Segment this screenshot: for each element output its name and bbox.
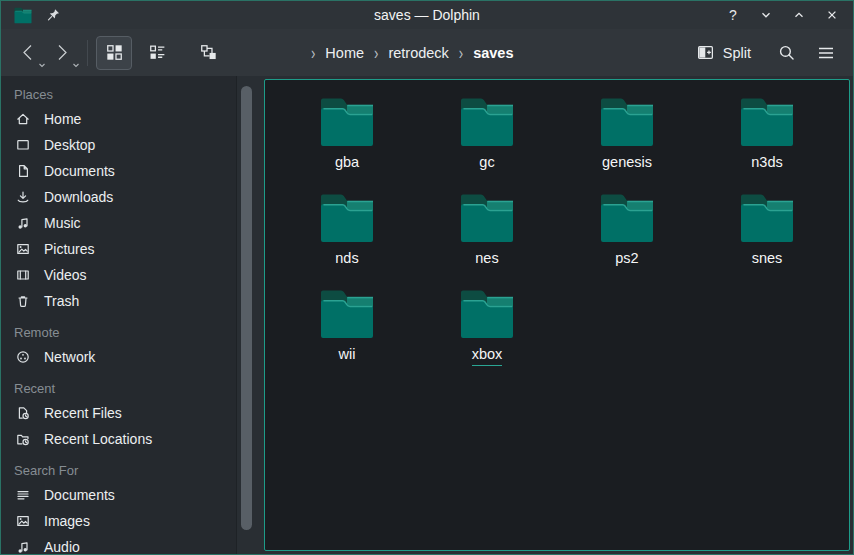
- sidebar-header: Search For: [1, 458, 236, 482]
- search-button[interactable]: [771, 38, 801, 68]
- breadcrumb-chevron-icon[interactable]: ›: [374, 42, 378, 62]
- sidebar-item-label: Audio: [44, 539, 80, 554]
- sidebar-section-remote: RemoteNetwork: [1, 320, 236, 370]
- window-body: PlacesHomeDesktopDocumentsDownloadsMusic…: [1, 76, 853, 554]
- sidebar-section-recent: RecentRecent FilesRecent Locations: [1, 376, 236, 452]
- tree-view-button[interactable]: [190, 36, 226, 70]
- video-icon: [15, 267, 31, 283]
- sidebar-header: Recent: [1, 376, 236, 400]
- breadcrumb-chevron-icon[interactable]: ›: [459, 42, 463, 62]
- sidebar-item-recent-locations[interactable]: Recent Locations: [1, 426, 236, 452]
- window-controls: ?: [722, 4, 843, 26]
- folder-label: nes: [475, 250, 498, 269]
- split-icon: [696, 43, 715, 62]
- folder-label: xbox: [472, 346, 503, 366]
- download-icon: [15, 189, 31, 205]
- breadcrumb-item-home[interactable]: Home: [325, 45, 364, 61]
- sidebar-item-label: Home: [44, 111, 81, 127]
- breadcrumb-item-saves[interactable]: saves: [473, 45, 513, 61]
- sidebar-item-music[interactable]: Music: [1, 210, 236, 236]
- toolbar: ›Home›retrodeck›saves Split: [1, 29, 853, 76]
- places-panel: PlacesHomeDesktopDocumentsDownloadsMusic…: [1, 76, 237, 554]
- folder-gba[interactable]: gba: [277, 96, 417, 192]
- forward-dropdown-caret[interactable]: [72, 63, 80, 68]
- sidebar-item-label: Recent Files: [44, 405, 122, 421]
- folder-icon: [317, 192, 377, 244]
- folder-view[interactable]: gba gc genesis n3ds nds nes ps2 snes wii…: [264, 79, 850, 551]
- sidebar-item-label: Trash: [44, 293, 79, 309]
- home-icon: [15, 111, 31, 127]
- minimize-button[interactable]: [755, 4, 777, 26]
- toolbar-separator: [87, 40, 88, 66]
- sidebar-item-label: Documents: [44, 163, 115, 179]
- folder-icon: [317, 288, 377, 340]
- sidebar-item-documents[interactable]: Documents: [1, 158, 236, 184]
- folder-label: wii: [339, 346, 356, 365]
- sidebar-item-label: Network: [44, 349, 95, 365]
- network-icon: [15, 349, 31, 365]
- sidebar-item-videos[interactable]: Videos: [1, 262, 236, 288]
- sidebar-item-home[interactable]: Home: [1, 106, 236, 132]
- folder-icon: [737, 192, 797, 244]
- sidebar-header: Places: [1, 82, 236, 106]
- folder-wii[interactable]: wii: [277, 288, 417, 384]
- recent-file-icon: [15, 405, 31, 421]
- folder-label: n3ds: [751, 154, 782, 173]
- back-dropdown-caret[interactable]: [38, 63, 46, 68]
- breadcrumb: ›Home›retrodeck›saves: [311, 45, 514, 61]
- folder-label: gba: [335, 154, 359, 173]
- folder-icon: [597, 96, 657, 148]
- sidebar-section-places: PlacesHomeDesktopDocumentsDownloadsMusic…: [1, 82, 236, 314]
- document-icon: [15, 163, 31, 179]
- back-button[interactable]: [13, 37, 43, 69]
- sidebar-item-network[interactable]: Network: [1, 344, 236, 370]
- folder-label: snes: [752, 250, 783, 269]
- sidebar-item-images[interactable]: Images: [1, 508, 236, 534]
- sidebar-item-documents[interactable]: Documents: [1, 482, 236, 508]
- breadcrumb-item-retrodeck[interactable]: retrodeck: [388, 45, 448, 61]
- folder-icon: [457, 96, 517, 148]
- folder-genesis[interactable]: genesis: [557, 96, 697, 192]
- sidebar-section-search-for: Search ForDocumentsImagesAudio: [1, 458, 236, 554]
- folder-icon: [457, 288, 517, 340]
- maximize-button[interactable]: [788, 4, 810, 26]
- music-icon: [15, 539, 31, 554]
- folder-n3ds[interactable]: n3ds: [697, 96, 837, 192]
- breadcrumb-chevron-icon[interactable]: ›: [311, 42, 315, 62]
- sidebar-item-desktop[interactable]: Desktop: [1, 132, 236, 158]
- forward-button[interactable]: [47, 37, 77, 69]
- folder-ps2[interactable]: ps2: [557, 192, 697, 288]
- sidebar-item-audio[interactable]: Audio: [1, 534, 236, 554]
- help-button[interactable]: ?: [722, 4, 744, 26]
- folder-nds[interactable]: nds: [277, 192, 417, 288]
- titlebar: saves — Dolphin ?: [1, 1, 853, 29]
- sidebar-scrollbar[interactable]: [241, 86, 252, 530]
- search-icon: [777, 43, 796, 62]
- sidebar-item-label: Images: [44, 513, 90, 529]
- sidebar-item-label: Music: [44, 215, 81, 231]
- details-view-button[interactable]: [139, 36, 175, 70]
- folder-label: gc: [479, 154, 494, 173]
- desktop-icon: [15, 137, 31, 153]
- dolphin-window: saves — Dolphin ?: [0, 0, 854, 555]
- image-icon: [15, 241, 31, 257]
- folder-gc[interactable]: gc: [417, 96, 557, 192]
- folder-grid: gba gc genesis n3ds nds nes ps2 snes wii…: [265, 80, 849, 384]
- sidebar-item-label: Documents: [44, 487, 115, 503]
- folder-icon: [737, 96, 797, 148]
- folder-snes[interactable]: snes: [697, 192, 837, 288]
- text-lines-icon: [15, 487, 31, 503]
- sidebar-item-recent-files[interactable]: Recent Files: [1, 400, 236, 426]
- icons-view-button[interactable]: [96, 36, 132, 70]
- trash-icon: [15, 293, 31, 309]
- sidebar-item-pictures[interactable]: Pictures: [1, 236, 236, 262]
- close-button[interactable]: [821, 4, 843, 26]
- folder-nes[interactable]: nes: [417, 192, 557, 288]
- sidebar-item-downloads[interactable]: Downloads: [1, 184, 236, 210]
- split-button[interactable]: Split: [696, 43, 751, 62]
- sidebar-item-trash[interactable]: Trash: [1, 288, 236, 314]
- folder-label: ps2: [615, 250, 638, 269]
- hamburger-menu-button[interactable]: [811, 38, 841, 68]
- sidebar-item-label: Recent Locations: [44, 431, 152, 447]
- folder-xbox[interactable]: xbox: [417, 288, 557, 384]
